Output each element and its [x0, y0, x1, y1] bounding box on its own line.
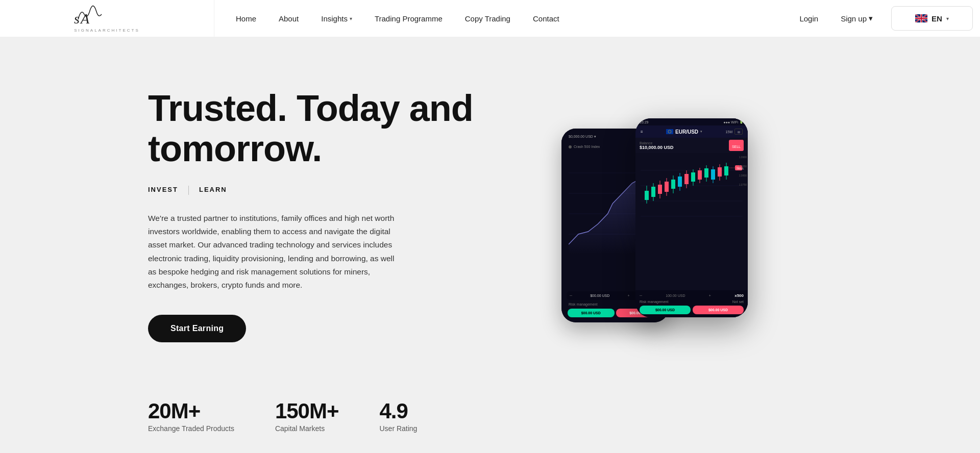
eu-flag-icon: [666, 129, 673, 134]
sell-button: $00.00 USD: [693, 306, 744, 314]
hero-description: We're a trusted partner to institutions,…: [148, 212, 398, 292]
multiplier: x500: [734, 293, 744, 298]
nav-item-copy-trading[interactable]: Copy Trading: [454, 0, 522, 37]
nav-right: Login Sign up ▾ EN ▾: [788, 0, 980, 37]
language-selector[interactable]: EN ▾: [891, 6, 973, 31]
risk-label: Risk management: [640, 300, 668, 304]
phone-mockups: $0,000.00 USD ▾ Crash 500 Index: [556, 113, 771, 328]
buy-button-back: $00.00 USD: [568, 309, 615, 317]
stats-section: 20M+ Exchange Traded Products 150M+ Capi…: [0, 384, 980, 443]
svg-rect-15: [645, 191, 649, 200]
tab-learn[interactable]: LEARN: [199, 184, 227, 195]
svg-rect-37: [718, 167, 722, 177]
svg-rect-39: [724, 166, 728, 175]
nav-item-insights[interactable]: Insights ▾: [310, 0, 363, 37]
uk-flag-icon: [915, 14, 927, 22]
svg-rect-31: [698, 170, 702, 180]
nav-item-trading-programme[interactable]: Trading Programme: [363, 0, 454, 37]
svg-rect-17: [651, 187, 655, 197]
stat-rating-value: 4.9: [379, 399, 417, 423]
svg-rect-25: [678, 177, 682, 187]
hero-content: Trusted. Today and tomorrow. INVEST LEAR…: [148, 88, 556, 342]
svg-rect-19: [658, 185, 662, 194]
candlestick-chart-svg: SELL: [638, 155, 746, 221]
hero-title: Trusted. Today and tomorrow.: [148, 88, 556, 169]
phone-controls: ─ 100.00 USD + x500 Risk management Not …: [635, 290, 748, 317]
stat-rating: 4.9 User Rating: [379, 399, 417, 433]
svg-text:sA: sA: [74, 11, 90, 24]
currency-pair: EUR/USD: [675, 129, 698, 135]
hero-tabs: INVEST LEARN: [148, 184, 556, 195]
navbar: sA SIGNALARCHITECTS Home About Insights …: [0, 0, 980, 37]
svg-rect-21: [665, 182, 669, 192]
lot-label: 100.00 USD: [666, 294, 685, 297]
nav-item-contact[interactable]: Contact: [522, 0, 571, 37]
stat-products: 20M+ Exchange Traded Products: [148, 399, 234, 433]
logo-tagline: SIGNALARCHITECTS: [74, 28, 139, 33]
tab-divider: [188, 186, 189, 195]
stat-products-value: 20M+: [148, 399, 234, 423]
chevron-down-icon: ▾: [350, 16, 352, 21]
login-button[interactable]: Login: [788, 0, 829, 37]
chevron-down-icon: ▾: [946, 16, 949, 21]
stat-markets-value: 150M+: [275, 399, 339, 423]
stat-rating-label: User Rating: [379, 424, 417, 433]
stat-markets-label: Capital Markets: [275, 424, 339, 433]
nav-item-home[interactable]: Home: [225, 0, 267, 37]
phone-balance-bar: ≡ EUR/USD ▾ 15M ⊞: [635, 125, 748, 138]
svg-rect-35: [711, 169, 715, 180]
logo-script: sA: [74, 4, 139, 27]
start-earning-button[interactable]: Start Earning: [148, 315, 246, 342]
svg-rect-23: [671, 180, 675, 189]
stat-products-label: Exchange Traded Products: [148, 424, 234, 433]
hero-section: Trusted. Today and tomorrow. INVEST LEAR…: [0, 37, 980, 384]
asset-name: Crash 500 Index: [574, 145, 600, 148]
language-code: EN: [932, 14, 942, 23]
buy-button: $00.00 USD: [640, 306, 691, 314]
signup-button[interactable]: Sign up ▾: [829, 0, 884, 37]
nav-item-about[interactable]: About: [267, 0, 310, 37]
svg-rect-8: [666, 129, 673, 134]
svg-rect-29: [691, 172, 695, 182]
balance-value: ≡: [641, 130, 643, 134]
svg-rect-27: [684, 174, 689, 184]
tab-invest[interactable]: INVEST: [148, 184, 178, 195]
logo-area[interactable]: sA SIGNALARCHITECTS: [0, 0, 214, 37]
chevron-down-icon: ▾: [869, 14, 873, 23]
nav-links: Home About Insights ▾ Trading Programme …: [214, 0, 788, 37]
phone-front: 16:29 ●●● WiFi 🔋 ≡: [635, 118, 748, 317]
svg-rect-33: [704, 168, 708, 178]
balance-amount: $10,000.00 USD: [640, 145, 674, 150]
stat-markets: 150M+ Capital Markets: [275, 399, 339, 433]
timeframe: 15M: [725, 130, 732, 134]
